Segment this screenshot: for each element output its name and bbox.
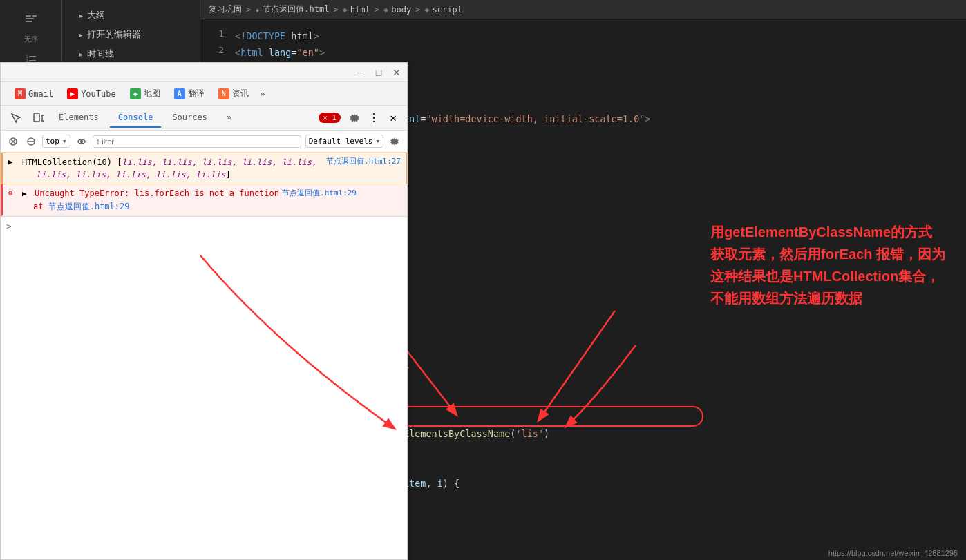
breadcrumb-part-2: html xyxy=(350,5,370,15)
devtools-tabs-header: Elements Console Sources » ✕ 1 ⋮ ✕ xyxy=(1,106,407,131)
error-at-text: at xyxy=(33,202,48,211)
code-breadcrumb: 复习巩固 > ⬧ 节点返回值.html > ◈ html > ◈ body > … xyxy=(200,0,966,19)
levels-selector[interactable]: Default levels ▾ xyxy=(305,135,383,148)
news-label: 资讯 xyxy=(232,88,249,99)
bookmark-gmail[interactable]: M Gmail xyxy=(9,86,59,102)
expand-arrow-icon[interactable]: ▶ xyxy=(8,157,18,166)
svg-rect-5 xyxy=(29,56,36,57)
breadcrumb-icon-body: ◈ xyxy=(383,5,388,15)
svg-point-23 xyxy=(80,140,82,142)
devtools-close-icon[interactable]: ✕ xyxy=(385,110,401,126)
htmlcollection-items[interactable]: li.lis, li.lis, li.lis, li.lis, li.lis, xyxy=(122,157,317,167)
translate-label: 翻译 xyxy=(188,88,205,99)
code-line-2: 2 <html lang="en"> xyxy=(200,44,966,61)
bc-sep-2: > xyxy=(375,5,379,15)
svg-rect-12 xyxy=(34,113,39,122)
error-expand-icon[interactable]: ▶ xyxy=(22,189,32,200)
annotation-line-4: 不能用数组方法遍历数据 xyxy=(710,287,945,309)
svg-rect-3 xyxy=(32,15,37,17)
tab-console[interactable]: Console xyxy=(110,108,162,128)
clear-console-icon[interactable] xyxy=(6,135,20,148)
console-prompt: > xyxy=(6,221,12,231)
main-container: 无序 1. 2. 有序 📄 xyxy=(0,0,966,560)
breadcrumb-part-0: 复习巩固 xyxy=(209,3,242,15)
breadcrumb-part-4: script xyxy=(433,5,462,15)
line-content-1: <!DOCTYPE html> xyxy=(235,28,966,44)
gmail-label: Gmail xyxy=(28,89,53,99)
devtools-panel: ─ □ ✕ M Gmail ▶ YouTube ◆ 地图 A 翻译 N xyxy=(0,62,408,560)
devtools-titlebar: ─ □ ✕ xyxy=(1,63,407,82)
error-main-text: Uncaught TypeError: lis.forEach is not a… xyxy=(35,187,279,200)
tab-sources[interactable]: Sources xyxy=(164,108,216,128)
svg-rect-1 xyxy=(26,18,34,19)
console-toolbar: top ▾ Default levels ▾ xyxy=(1,131,407,153)
line-num-1: 1 xyxy=(200,28,235,39)
error-badge: ✕ 1 xyxy=(319,113,341,123)
maps-favicon: ◆ xyxy=(130,88,141,99)
tab-more[interactable]: » xyxy=(218,108,240,128)
htmlcollection-label: HTMLCollection(10) [ xyxy=(22,157,122,167)
format-icon[interactable] xyxy=(10,6,52,33)
htmlcollection-content: HTMLCollection(10) [li.lis, li.lis, li.l… xyxy=(22,156,322,181)
eye-icon[interactable] xyxy=(75,135,88,148)
error-location-link[interactable]: 节点返回值.html:29 xyxy=(48,202,130,211)
translate-favicon: A xyxy=(174,88,185,99)
open-editors-item[interactable]: ▶ 打开的编辑器 xyxy=(62,25,200,44)
block-icon[interactable] xyxy=(24,135,38,148)
maximize-button[interactable]: □ xyxy=(374,68,383,77)
bookmark-translate[interactable]: A 翻译 xyxy=(169,86,210,102)
maps-label: 地图 xyxy=(144,88,160,99)
outline-item[interactable]: ▶ 大纲 xyxy=(62,6,200,25)
error-content: ▶ Uncaught TypeError: lis.forEach is not… xyxy=(22,187,401,213)
timeline-arrow: ▶ xyxy=(79,50,83,58)
context-selector[interactable]: top ▾ xyxy=(42,135,70,148)
breadcrumb-icon-html: ◈ xyxy=(343,5,348,15)
console-content: ▶ HTMLCollection(10) [li.lis, li.lis, li… xyxy=(1,153,407,559)
more-options-icon[interactable]: ⋮ xyxy=(366,110,382,126)
bookmark-maps[interactable]: ◆ 地图 xyxy=(124,86,166,102)
editors-arrow: ▶ xyxy=(79,31,83,39)
youtube-favicon: ▶ xyxy=(67,88,78,99)
device-icon[interactable] xyxy=(28,108,48,128)
more-bookmarks-button[interactable]: » xyxy=(260,88,265,99)
settings-icon[interactable] xyxy=(346,110,363,126)
htmlcollection-items-2[interactable]: li.lis, li.lis, li.lis, li.lis, li.lis xyxy=(36,170,226,180)
svg-rect-0 xyxy=(26,15,31,17)
bc-sep-1: > xyxy=(333,5,338,15)
filter-input[interactable] xyxy=(93,135,301,148)
timeline-label: 时间线 xyxy=(87,48,114,60)
error-icon: ⊗ xyxy=(8,189,18,197)
console-row-error: ⊗ ▶ Uncaught TypeError: lis.forEach is n… xyxy=(1,184,407,216)
console-settings-icon[interactable] xyxy=(388,135,401,148)
console-row-htmlcollection: ▶ HTMLCollection(10) [li.lis, li.lis, li… xyxy=(1,153,407,184)
open-editors-label: 打开的编辑器 xyxy=(87,28,141,41)
annotation-line-3: 这种结果也是HTMLCollection集合， xyxy=(710,265,945,287)
minimize-button[interactable]: ─ xyxy=(356,68,366,77)
svg-rect-7 xyxy=(29,60,36,61)
close-button[interactable]: ✕ xyxy=(392,68,401,77)
format-label: 无序 xyxy=(24,35,38,44)
breadcrumb-part-1: 节点返回值.html xyxy=(263,3,329,15)
news-favicon: N xyxy=(218,88,229,99)
source-link-2[interactable]: 节点返回值.html:29 xyxy=(282,188,357,200)
console-input-row: > xyxy=(1,216,407,235)
breadcrumb-icon-file: ⬧ xyxy=(255,5,260,15)
breadcrumb-icon-script: ◈ xyxy=(424,5,429,15)
annotation-text: 用getElementByClassName的方式 获取元素，然后用forEac… xyxy=(710,221,945,309)
outline-label: 大纲 xyxy=(87,9,105,21)
inspect-icon[interactable] xyxy=(6,108,26,128)
breadcrumb-part-3: body xyxy=(391,5,411,15)
console-input[interactable] xyxy=(16,221,401,231)
bookmark-youtube[interactable]: ▶ YouTube xyxy=(61,86,122,102)
code-line-1: 1 <!DOCTYPE html> xyxy=(200,28,966,44)
bc-sep-3: > xyxy=(415,5,420,15)
source-link-1[interactable]: 节点返回值.html:27 xyxy=(326,156,401,166)
svg-rect-2 xyxy=(26,21,32,22)
timeline-item[interactable]: ▶ 时间线 xyxy=(62,44,200,64)
bookmark-bar: M Gmail ▶ YouTube ◆ 地图 A 翻译 N 资讯 » xyxy=(1,82,407,106)
line-num-2: 2 xyxy=(200,45,235,55)
context-dropdown-arrow: ▾ xyxy=(62,137,67,146)
annotation-line-2: 获取元素，然后用forEach 报错，因为 xyxy=(710,243,945,265)
tab-elements[interactable]: Elements xyxy=(50,108,107,128)
bookmark-news[interactable]: N 资讯 xyxy=(213,86,254,102)
